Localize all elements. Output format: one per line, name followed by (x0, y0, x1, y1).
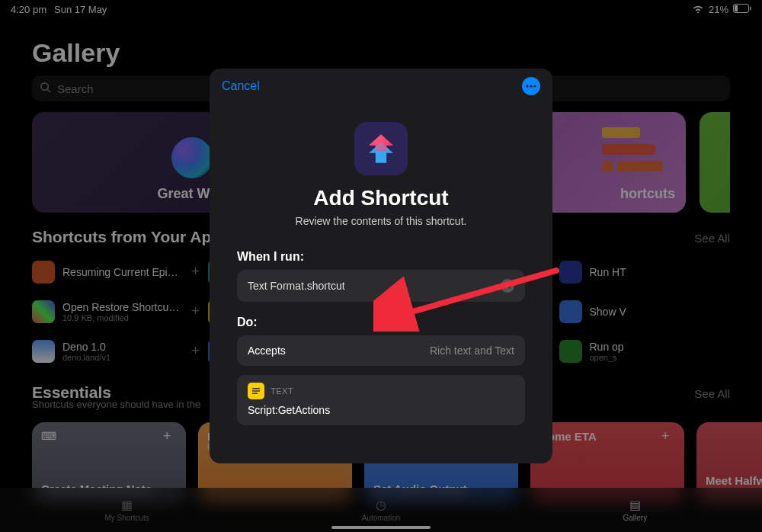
modal-subtitle: Review the contents of this shortcut. (296, 215, 467, 227)
shortcuts-app-icon (354, 122, 408, 175)
svg-rect-9 (252, 390, 260, 392)
text-content: Script:GetActions (248, 404, 514, 416)
when-i-run-label: When I run: (237, 250, 304, 264)
accepts-value: Rich text and Text (430, 345, 514, 357)
svg-rect-10 (252, 393, 258, 394)
svg-point-7 (533, 85, 536, 87)
more-button[interactable] (522, 77, 540, 95)
add-shortcut-modal: Cancel Add Shortcut Review the contents … (210, 69, 552, 463)
text-label: TEXT (271, 386, 293, 396)
accepts-label: Accepts (248, 345, 286, 357)
shortcut-name-field[interactable]: Text Format.shortcut ✕ (237, 270, 525, 302)
cancel-button[interactable]: Cancel (222, 79, 260, 93)
do-label: Do: (237, 316, 258, 329)
accepts-row[interactable]: Accepts Rich text and Text (237, 335, 525, 366)
modal-title: Add Shortcut (313, 186, 448, 210)
svg-point-6 (530, 85, 532, 87)
text-badge-icon (248, 383, 264, 399)
text-action-block[interactable]: TEXT Script:GetActions (237, 375, 525, 425)
svg-point-5 (526, 85, 528, 87)
clear-icon[interactable]: ✕ (501, 279, 514, 293)
svg-rect-8 (252, 388, 260, 389)
shortcut-name-value: Text Format.shortcut (248, 280, 345, 292)
